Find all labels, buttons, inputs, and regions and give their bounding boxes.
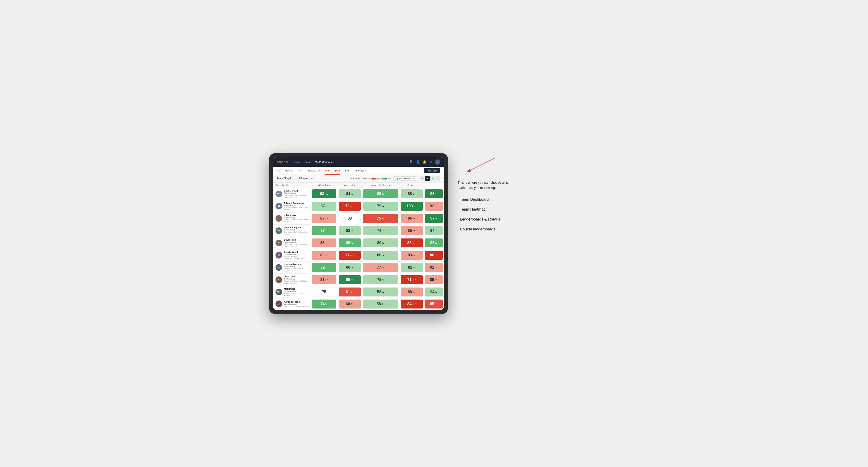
bell-icon[interactable]: 🔔 (423, 160, 427, 164)
score-change: -14▼ (350, 254, 354, 256)
tab-all-players[interactable]: All Players (354, 167, 367, 175)
player-cell: JCJosh Coles1-5 HandicapRoyal North Devo… (273, 274, 311, 286)
player-name[interactable]: Edward Crossman (284, 201, 309, 204)
score-value: 95 (430, 192, 434, 196)
settings-icon[interactable]: ⚙ (429, 160, 432, 164)
nav-home[interactable]: Home (293, 160, 300, 164)
table-row[interactable]: MMMatt Miller6-10 HandicapWoburn Golf Cl… (273, 286, 444, 298)
score-box: 963▲ (425, 239, 443, 247)
player-name[interactable]: Charlie Quick (284, 251, 309, 253)
player-name[interactable]: Aaron Nicholls (284, 301, 309, 303)
svg-line-1 (467, 158, 495, 172)
table-row[interactable]: EEElliot Ebert1-5 HandicapSunningdale Go… (273, 212, 444, 224)
score-value: 77 (345, 253, 349, 257)
player-table: Player Quality ▾ Off the Tee ▾ Approach … (273, 183, 444, 310)
score-box: 89-2▼ (425, 275, 443, 284)
score-value: 84 (346, 192, 350, 196)
score-box: 61-3▼ (339, 287, 361, 297)
table-row[interactable]: DFDavid FordPlus HandicapRoyal North Dev… (273, 237, 444, 249)
score-value: 74 (377, 228, 381, 233)
table-row[interactable]: ECEdward Crossman1-5 HandicapSunningdale… (273, 200, 444, 212)
player-avatar: DF (276, 240, 282, 246)
table-row[interactable]: DBDave Billingham1-5 HandicapGog Magog G… (273, 224, 444, 237)
col-header-tee[interactable]: Off the Tee ▾ (311, 183, 338, 188)
nav-links: Home Teams My Performance (293, 160, 405, 164)
search-icon[interactable]: 🔍 (409, 160, 413, 164)
tab-hcaps[interactable]: Hcaps 1-5 (308, 167, 320, 175)
score-cell: 963▲ (424, 237, 444, 249)
score-cell: 92-3▼ (424, 200, 444, 212)
score-cell: 5810▲ (362, 298, 399, 310)
score-box: 874▲ (312, 226, 336, 235)
nav-my-performance[interactable]: My Performance (315, 160, 334, 164)
score-change: 8▲ (351, 279, 353, 281)
score-cell: 799▲ (362, 200, 399, 212)
player-handicap: Plus Handicap (284, 241, 309, 243)
score-cell: 801▲ (362, 249, 399, 261)
player-name[interactable]: Josh Coles (284, 275, 309, 278)
score-cell: 88-1▼ (400, 188, 424, 200)
tab-pgat-players[interactable]: PGAT Players (277, 167, 293, 175)
table-row[interactable]: ANAaron Nicholls11-15 HandicapDrift Golf… (273, 298, 444, 310)
table-row[interactable]: JCJosh Coles1-5 HandicapRoyal North Devo… (273, 274, 444, 286)
score-cell: 89-2▼ (424, 274, 444, 286)
player-cell: ANAaron Nicholls11-15 HandicapDrift Golf… (273, 298, 311, 310)
player-name[interactable]: David Ford (284, 239, 309, 241)
score-change: 9▲ (382, 206, 384, 207)
score-box: 584▲ (363, 287, 398, 297)
data-table: Player Quality ▾ Off the Tee ▾ Approach … (273, 183, 444, 310)
col-header-approach[interactable]: Approach ▾ (338, 183, 362, 188)
table-row[interactable]: BMBlair McHargPlus HandicapRoyal North D… (273, 188, 444, 200)
nav-bar: clippd Home Teams My Performance 🔍 👤 🔔 ⚙… (273, 157, 444, 167)
edit-icon[interactable]: ✏ (311, 177, 313, 180)
score-value: 87 (320, 204, 325, 208)
score-change: 4▲ (382, 291, 384, 293)
tab-team-clippd[interactable]: Team Clippd (324, 167, 340, 175)
score-change: 8▲ (325, 303, 328, 305)
score-value: 85 (430, 302, 434, 306)
col-header-around-green[interactable]: Around the Green ▾ (362, 183, 399, 188)
score-value: 84 (407, 302, 412, 306)
score-value: 93 (320, 192, 324, 196)
score-box: 846▲ (339, 189, 361, 198)
table-row[interactable]: CQCharlie Quick6-10 HandicapSt. George's… (273, 249, 444, 261)
score-cell: 71-11▼ (400, 274, 424, 286)
profile-icon[interactable]: 👤 (416, 160, 420, 164)
player-avatar: DB (276, 227, 282, 234)
score-cell: 858▲ (362, 188, 399, 200)
score-value: 74 (320, 302, 325, 306)
score-value: 58 (377, 302, 381, 306)
tab-pga[interactable]: PGA (298, 167, 303, 175)
score-value: 79 (377, 204, 381, 208)
user-avatar[interactable]: U (435, 159, 440, 165)
heatmap-view-button[interactable]: ▦ (425, 176, 430, 181)
score-value: 83 (408, 253, 412, 257)
logo: clippd (277, 160, 288, 164)
more-view-button[interactable]: ↕ (435, 176, 440, 181)
player-name[interactable]: Dave Billingham (284, 226, 309, 229)
tab-tour[interactable]: Tour (345, 167, 349, 175)
nav-teams[interactable]: Teams (304, 160, 311, 164)
last-rounds-button[interactable]: 📊 Last Rounds: 20 (394, 177, 417, 181)
arrow-container (458, 155, 599, 175)
score-change: 4▲ (351, 230, 353, 231)
player-name[interactable]: Blair McHarg (284, 189, 309, 192)
add-team-button[interactable]: Add Team (424, 168, 440, 173)
col-header-player[interactable]: Player Quality ▾ (273, 183, 311, 188)
score-value: 95 (346, 278, 350, 282)
score-value: 60 (346, 266, 350, 270)
score-box: 88 (339, 214, 361, 223)
player-name[interactable]: Chris Robertson (284, 263, 309, 266)
list-view-button[interactable]: ≡ (430, 176, 435, 181)
score-box: 814▲ (401, 263, 423, 272)
table-row[interactable]: CRChris Robertson1-5 HandicapCraigmillar… (273, 261, 444, 274)
score-change: 1▲ (325, 206, 328, 207)
score-box: 87-3▼ (312, 214, 336, 223)
grid-view-button[interactable]: ⊞ (420, 176, 425, 181)
score-value: 92 (430, 204, 434, 208)
player-name[interactable]: Matt Miller (284, 287, 309, 290)
player-name[interactable]: Elliot Ebert (284, 214, 309, 217)
score-box: 85-3▼ (312, 239, 336, 247)
score-cell: 943▲ (424, 286, 444, 298)
col-header-putting[interactable]: Putting ▾ (400, 183, 424, 188)
